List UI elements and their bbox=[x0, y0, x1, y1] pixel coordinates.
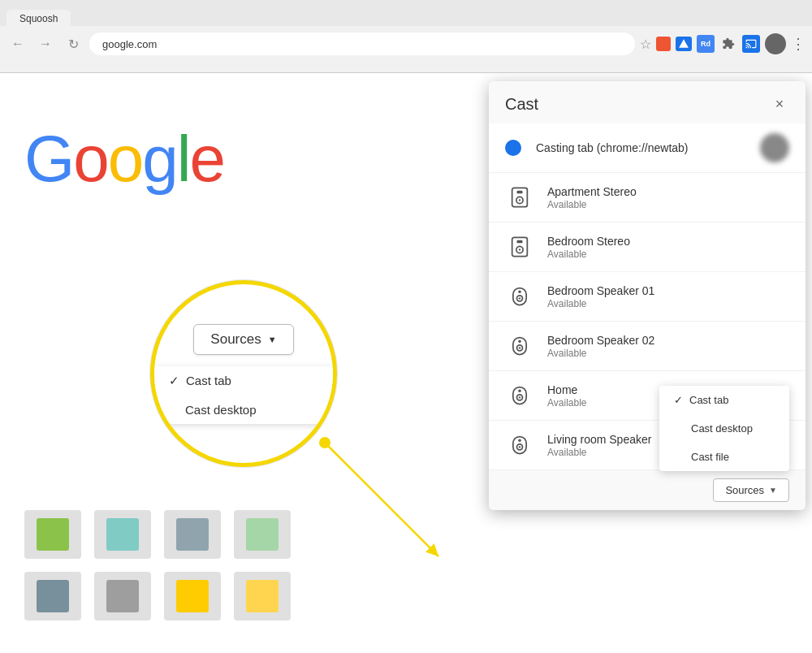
cast-tab-item[interactable]: Casting tab (chrome://newtab) bbox=[489, 123, 806, 173]
magnified-menu-item-cast-desktop[interactable]: Cast desktop bbox=[154, 396, 333, 424]
magnified-cast-tab-label: Cast tab bbox=[186, 374, 231, 387]
magnified-sources-label: Sources bbox=[210, 331, 261, 348]
profile-circle bbox=[760, 133, 789, 162]
logo-g2: g bbox=[142, 123, 177, 195]
svg-point-20 bbox=[518, 389, 521, 392]
thumb-4 bbox=[234, 510, 291, 559]
magnified-menu-item-cast-tab[interactable]: ✓ Cast tab bbox=[154, 366, 333, 396]
bookmark-icon[interactable]: ☆ bbox=[640, 37, 651, 52]
dropdown-item-cast-tab[interactable]: ✓ Cast tab bbox=[659, 386, 789, 414]
logo-l: l bbox=[177, 123, 190, 195]
address-bar[interactable] bbox=[89, 32, 635, 55]
thumb-3 bbox=[164, 510, 221, 559]
svg-marker-0 bbox=[679, 39, 689, 48]
dropdown-label-cast-tab: Cast tab bbox=[689, 394, 728, 406]
cast-item-text-living-room: Living room Speaker Available bbox=[547, 433, 651, 458]
cast-close-button[interactable]: × bbox=[770, 94, 789, 114]
device-icon-speaker01 bbox=[505, 282, 534, 311]
svg-point-15 bbox=[519, 347, 520, 348]
svg-point-23 bbox=[519, 446, 520, 448]
dropdown-item-cast-file[interactable]: Cast file bbox=[659, 443, 789, 471]
casting-indicator bbox=[505, 140, 521, 156]
device-name-speaker01: Bedroom Speaker 01 bbox=[547, 284, 654, 297]
magnifier-content: Sources ▼ ✓ Cast tab Cast desktop bbox=[154, 284, 333, 463]
check-icon: ✓ bbox=[674, 394, 683, 406]
svg-point-7 bbox=[519, 249, 520, 250]
cast-item-text-speaker01: Bedroom Speaker 01 Available bbox=[547, 284, 654, 309]
refresh-button[interactable]: ↻ bbox=[62, 32, 84, 55]
dropdown-arrow-icon: ▼ bbox=[769, 486, 777, 495]
cast-footer: ✓ Cast tab Cast desktop Cast file Source… bbox=[489, 470, 806, 510]
menu-dots-icon[interactable]: ⋮ bbox=[791, 35, 806, 53]
device-name-living-room: Living room Speaker bbox=[547, 433, 651, 446]
cast-device-apartment-stereo[interactable]: Apartment Stereo Available bbox=[489, 173, 806, 223]
svg-point-16 bbox=[518, 339, 521, 343]
device-name-home: Home bbox=[547, 383, 586, 396]
svg-line-26 bbox=[325, 443, 438, 556]
arrow-connector bbox=[317, 435, 463, 597]
sources-dropdown-button[interactable]: Sources ▼ bbox=[713, 478, 789, 502]
device-icon-speaker02 bbox=[505, 331, 534, 361]
device-status-living-room: Available bbox=[547, 447, 651, 458]
device-icon-bedroom-stereo bbox=[505, 232, 534, 262]
puzzle-icon[interactable] bbox=[719, 35, 737, 53]
magnified-cast-desktop-label: Cast desktop bbox=[185, 403, 257, 417]
cast-item-text-apartment: Apartment Stereo Available bbox=[547, 185, 637, 210]
cast-item-text-bedroom: Bedroom Stereo Available bbox=[547, 235, 630, 260]
magnified-sources-button[interactable]: Sources ▼ bbox=[193, 324, 293, 355]
magnified-menu: ✓ Cast tab Cast desktop bbox=[154, 366, 333, 424]
forward-button[interactable]: → bbox=[34, 32, 57, 55]
profile-avatar[interactable] bbox=[765, 33, 786, 54]
device-status-bedroom: Available bbox=[547, 249, 630, 260]
svg-rect-4 bbox=[517, 191, 523, 194]
thumb-7 bbox=[164, 572, 221, 621]
svg-rect-8 bbox=[517, 240, 523, 244]
thumb-1 bbox=[24, 510, 81, 559]
cast-icon[interactable] bbox=[742, 35, 760, 53]
extension-icon-1[interactable] bbox=[656, 37, 671, 51]
dropdown-label-cast-desktop: Cast desktop bbox=[691, 422, 753, 435]
back-button[interactable]: ← bbox=[6, 32, 29, 55]
sources-dropdown-menu: ✓ Cast tab Cast desktop Cast file bbox=[659, 386, 789, 471]
device-name-apartment: Apartment Stereo bbox=[547, 185, 637, 198]
svg-point-12 bbox=[518, 290, 521, 293]
device-name-bedroom: Bedroom Stereo bbox=[547, 235, 630, 248]
device-icon-home bbox=[505, 381, 534, 410]
logo-e: e bbox=[190, 123, 225, 195]
svg-point-19 bbox=[519, 396, 520, 398]
magnifier-circle: Sources ▼ ✓ Cast tab Cast desktop bbox=[150, 280, 337, 467]
cast-device-bedroom-speaker-02[interactable]: Bedroom Speaker 02 Available bbox=[489, 322, 806, 371]
browser-tab[interactable]: Squoosh bbox=[6, 10, 71, 26]
google-logo: Google bbox=[24, 122, 224, 197]
svg-point-3 bbox=[519, 199, 520, 201]
browser-toolbar: ← → ↻ ☆ Rd ⋮ bbox=[0, 26, 812, 62]
cast-device-bedroom-speaker-01[interactable]: Bedroom Speaker 01 Available bbox=[489, 272, 806, 322]
browser-chrome: Squoosh ← → ↻ ☆ Rd ⋮ bbox=[0, 0, 812, 73]
svg-point-27 bbox=[319, 437, 330, 448]
cast-item-text-speaker02: Bedroom Speaker 02 Available bbox=[547, 334, 654, 359]
device-status-speaker01: Available bbox=[547, 298, 654, 309]
dropdown-label-cast-file: Cast file bbox=[691, 451, 729, 463]
thumb-6 bbox=[94, 572, 151, 621]
drive-icon[interactable] bbox=[676, 37, 692, 51]
svg-point-24 bbox=[518, 439, 521, 442]
device-status-home: Available bbox=[547, 397, 586, 409]
rd-extension-icon[interactable]: Rd bbox=[697, 35, 715, 53]
cast-item-text-home: Home Available bbox=[547, 383, 586, 409]
device-status-apartment: Available bbox=[547, 199, 637, 210]
device-icon-apartment-stereo bbox=[505, 183, 534, 212]
device-name-speaker02: Bedroom Speaker 02 bbox=[547, 334, 654, 347]
logo-o2: o bbox=[108, 123, 143, 195]
tab-title: Squoosh bbox=[19, 13, 58, 24]
device-icon-living-room bbox=[505, 430, 534, 460]
cast-header: Cast × bbox=[489, 81, 806, 123]
logo-o1: o bbox=[73, 123, 108, 195]
thumbnail-grid bbox=[24, 510, 291, 621]
casting-tab-text: Casting tab (chrome://newtab) bbox=[536, 141, 689, 154]
cast-device-bedroom-stereo[interactable]: Bedroom Stereo Available bbox=[489, 223, 806, 272]
thumb-8 bbox=[234, 572, 291, 621]
magnified-dropdown-arrow: ▼ bbox=[268, 335, 277, 344]
logo-g: G bbox=[24, 123, 73, 195]
dropdown-item-cast-desktop[interactable]: Cast desktop bbox=[659, 414, 789, 443]
cast-panel: Cast × Casting tab (chrome://newtab) bbox=[489, 81, 806, 510]
